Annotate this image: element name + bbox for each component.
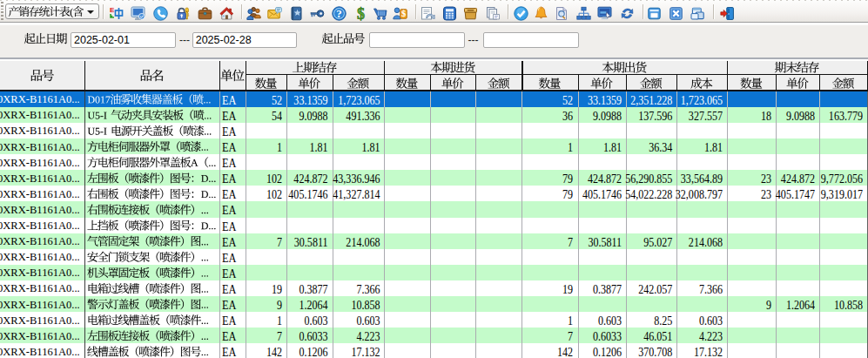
svg-text:E: E: [110, 6, 115, 14]
svg-text:$: $: [401, 9, 406, 18]
svg-text:?: ?: [336, 7, 342, 20]
svg-text:$: $: [357, 6, 365, 21]
